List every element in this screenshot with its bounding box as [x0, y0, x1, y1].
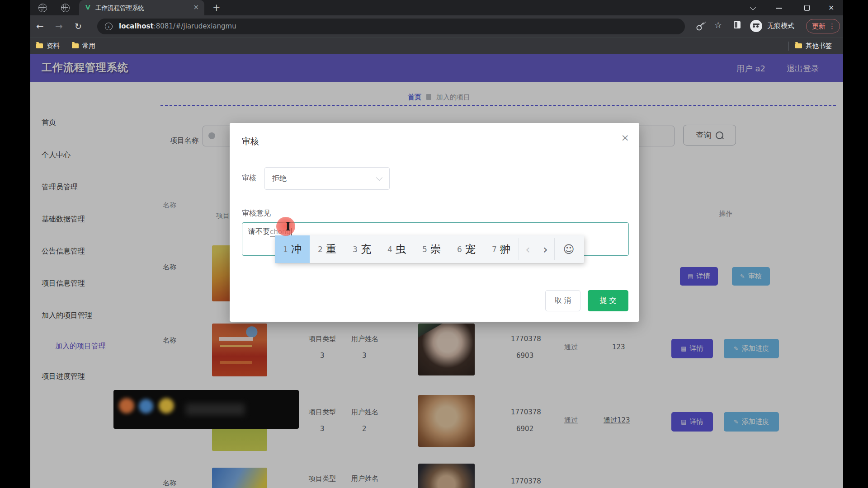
password-key-icon[interactable]: [694, 20, 707, 33]
tab-title: 工作流程管理系统: [95, 4, 144, 12]
screenshot-stage: V 工作流程管理系统 × + × ← → ↻ i localhost:8081/…: [0, 0, 868, 488]
ime-candidate[interactable]: 6 宠: [449, 235, 484, 263]
window-minimize-icon[interactable]: [776, 8, 782, 9]
ibeam-cursor-icon: I: [285, 220, 291, 233]
bookmark-folder[interactable]: 常用: [72, 42, 95, 50]
watermark-logo-blob: [139, 399, 153, 413]
ime-emoji-icon[interactable]: ☺: [555, 235, 583, 263]
menu-kebab-icon[interactable]: ⋮: [829, 22, 835, 30]
ime-prev-page-icon[interactable]: ‹: [519, 235, 537, 263]
other-bookmarks[interactable]: 其他书签: [795, 42, 832, 50]
reload-icon[interactable]: ↻: [75, 20, 82, 32]
address-bar[interactable]: i localhost:8081/#/jiarudexiangmu: [97, 19, 685, 34]
active-tab[interactable]: V 工作流程管理系统 ×: [79, 0, 204, 15]
url-path: :8081/#/jiarudexiangmu: [154, 22, 236, 30]
cancel-button[interactable]: 取 消: [545, 290, 580, 311]
browser-toolbar: ← → ↻ i localhost:8081/#/jiarudexiangmu …: [30, 15, 843, 38]
folder-icon: [36, 43, 43, 48]
review-select[interactable]: 拒绝: [264, 167, 390, 190]
chevron-down-icon: [376, 174, 382, 181]
submit-button[interactable]: 提 交: [588, 290, 628, 311]
update-button[interactable]: 更新 ⋮: [806, 19, 840, 33]
incognito-label: 无痕模式: [767, 22, 794, 30]
typed-text: 请不要: [248, 227, 270, 236]
url-text: localhost:8081/#/jiarudexiangmu: [119, 22, 236, 30]
side-panel-icon[interactable]: [734, 21, 741, 28]
ime-candidate[interactable]: 7 翀: [484, 235, 519, 263]
bookmark-folder[interactable]: 资料: [36, 42, 60, 50]
ime-candidate[interactable]: 4 虫: [379, 235, 414, 263]
bookmark-star-icon[interactable]: ☆: [714, 20, 722, 30]
dialog-close-icon[interactable]: ×: [621, 133, 629, 143]
pinned-tab-globe-icon[interactable]: [38, 4, 47, 12]
tab-separator: [54, 4, 54, 11]
url-host: localhost: [119, 22, 154, 30]
back-icon[interactable]: ←: [36, 20, 44, 32]
ime-next-page-icon[interactable]: ›: [537, 235, 554, 263]
folder-icon: [72, 43, 79, 48]
watermark-logo-blob: [159, 398, 174, 413]
tab-close-icon[interactable]: ×: [193, 4, 199, 11]
bookmarks-bar: 资料 常用 其他书签: [30, 38, 843, 54]
watermark-text-blur: [186, 404, 245, 415]
pinned-tab-globe-icon[interactable]: [61, 4, 70, 12]
ime-candidate[interactable]: 3 充: [344, 235, 379, 263]
tab-strip: V 工作流程管理系统 × + ×: [30, 0, 843, 15]
site-info-icon[interactable]: i: [105, 23, 113, 30]
ime-candidate-selected[interactable]: 1 冲: [275, 235, 310, 263]
new-tab-button[interactable]: +: [212, 2, 221, 14]
window-chevron-icon[interactable]: [750, 5, 756, 10]
review-select-value: 拒绝: [272, 174, 287, 183]
vue-favicon: V: [85, 4, 90, 11]
ime-candidate-bar: 1 冲 2 重 3 充 4 虫 5 崇 6 宠 7 翀 ‹ › ☺: [275, 235, 584, 263]
window-restore-icon[interactable]: [804, 5, 810, 11]
ime-candidate[interactable]: 5 崇: [414, 235, 449, 263]
dialog-title: 审核: [242, 136, 259, 147]
forward-icon[interactable]: →: [55, 20, 63, 32]
comment-field-label: 审核意见: [242, 209, 271, 218]
review-field-label: 审核: [242, 174, 256, 183]
incognito-icon: [750, 20, 762, 32]
folder-icon: [795, 43, 802, 48]
watermark-logo-blob: [119, 398, 134, 413]
cursor-highlight: I: [276, 217, 295, 236]
watermark-censor-box: [113, 390, 299, 429]
ime-candidate[interactable]: 2 重: [310, 235, 344, 263]
bookmarks-separator: [788, 42, 789, 51]
